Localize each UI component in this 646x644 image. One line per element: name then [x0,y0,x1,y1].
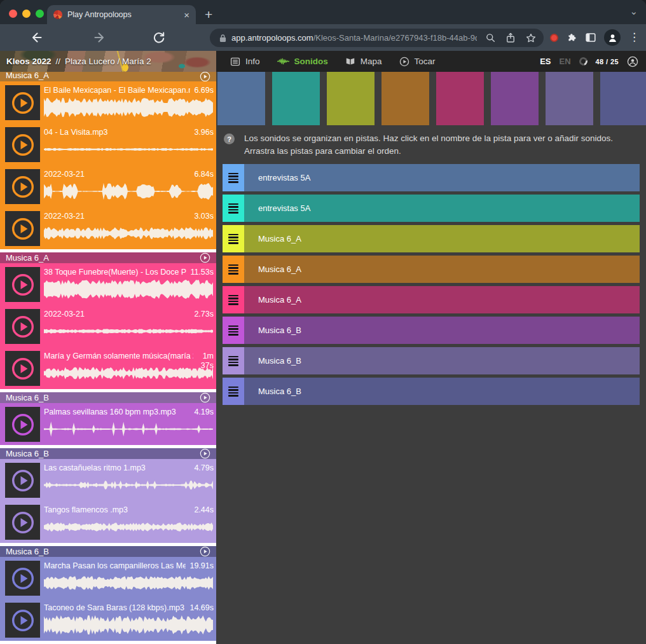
track-drag-handle[interactable] [223,347,244,374]
traffic-lights [9,10,44,18]
extensions-puzzle-icon[interactable] [567,32,577,43]
tab-tocar[interactable]: Tocar [399,57,436,67]
play-icon [10,90,36,116]
track-drag-handle[interactable] [223,256,244,283]
clip-play-button[interactable] [5,603,40,638]
track-drag-handle[interactable] [223,164,244,191]
new-tab-button[interactable]: + [205,5,212,24]
screen-record-indicator-icon[interactable] [550,34,558,42]
section-header[interactable]: Musica 6_B [0,546,216,557]
lang-es-button[interactable]: ES [540,57,551,66]
tab-mapa[interactable]: Mapa [345,57,382,66]
track-drag-handle[interactable] [223,317,244,344]
clip-waveform [44,223,213,244]
section-header[interactable]: Musica 6_A [0,72,216,81]
section-play-circle-icon[interactable] [200,546,210,557]
section-play-circle-icon[interactable] [200,448,210,459]
clip-play-button[interactable] [5,85,40,120]
track-color-swatch[interactable] [436,72,484,125]
bookmark-star-icon[interactable] [526,33,536,43]
clip-play-button[interactable] [5,267,40,302]
tab-title: Play Antropoloops [67,10,179,19]
clip-duration: 4.79s [194,463,214,473]
play-icon [10,132,36,158]
url-text[interactable]: app.antropoloops.com/Kleos-Santa-Marina/… [231,33,477,43]
track-color-swatch[interactable] [327,72,375,125]
app-tabs: Info Sonidos Mapa Tocar [230,57,436,67]
share-icon[interactable] [506,32,515,43]
section-header[interactable]: Musica 6_B [0,448,216,459]
browser-menu-icon[interactable]: ⋮ [629,29,640,46]
clip-item: 14.69s Taconeo de Sara Baras (128 kbps).… [0,601,216,641]
track-color-swatch[interactable] [600,72,646,125]
minimize-window-button[interactable] [22,10,31,18]
tab-search-chevron-icon[interactable]: ⌄ [629,6,638,17]
clip-play-button[interactable] [5,309,40,344]
lang-en-button[interactable]: EN [559,57,570,66]
track-list: entrevistas 5A entrevistas 5A Musica 6_A… [216,158,646,405]
section-header[interactable]: Musica 6_A [0,252,216,263]
reload-icon[interactable] [153,31,165,44]
clip-play-button[interactable] [5,505,40,540]
track-row[interactable]: Musica 6_B [223,378,640,405]
track-row[interactable]: Musica 6_B [223,317,640,344]
clip-play-button[interactable] [5,407,40,442]
track-name-area[interactable]: Musica 6_A [244,225,640,252]
track-row[interactable]: Musica 6_A [223,256,640,283]
track-color-swatch[interactable] [546,72,593,125]
track-color-swatch[interactable] [217,72,265,125]
tab-info[interactable]: Info [230,57,260,67]
browser-profile-avatar[interactable] [604,29,621,46]
track-drag-handle[interactable] [223,195,244,222]
side-panel-icon[interactable] [586,33,596,42]
clip-item: 1m 37s María y Germán solamente música(m… [0,350,216,389]
section-header[interactable]: Musica 6_B [0,392,216,403]
browser-tab[interactable]: Play Antropoloops × [47,5,196,24]
section-play-circle-icon[interactable] [200,392,210,403]
clip-duration: 2.44s [194,505,214,515]
track-name-area[interactable]: Musica 6_A [244,286,640,313]
section-clips: 6.69s El Baile Mexicapan - El Baile Mexi… [0,81,216,249]
app-header: Kleos 2022 // Plaza Lucero / María 2 Inf… [0,51,646,72]
track-drag-handle[interactable] [223,378,244,405]
track-drag-handle[interactable] [223,286,244,313]
clip-play-button[interactable] [5,561,40,596]
close-window-button[interactable] [9,10,17,18]
zoom-window-button[interactable] [36,10,44,18]
track-name-area[interactable]: Musica 6_A [244,256,640,283]
track-row[interactable]: Musica 6_A [223,225,640,252]
drag-handle-icon [228,234,238,244]
account-icon[interactable] [627,56,638,67]
clip-play-button[interactable] [5,127,40,162]
address-bar[interactable]: app.antropoloops.com/Kleos-Santa-Marina/… [210,29,544,47]
tab-sonidos[interactable]: Sonidos [277,57,328,66]
section-play-circle-icon[interactable] [200,72,210,81]
clip-waveform [44,362,213,384]
track-name-area[interactable]: Musica 6_B [244,317,640,344]
section-play-circle-icon[interactable] [200,252,210,263]
back-icon[interactable] [30,31,43,44]
forward-icon[interactable] [93,31,106,44]
clip-item: 2.73s 2022-03-21 [0,308,216,347]
play-icon [10,608,36,633]
breadcrumb[interactable]: Kleos 2022 // Plaza Lucero / María 2 [0,51,216,72]
track-name-area[interactable]: Musica 6_B [244,347,640,374]
track-name-area[interactable]: Musica 6_B [244,378,640,405]
track-row[interactable]: Musica 6_A [223,286,640,313]
track-color-swatch[interactable] [491,72,539,125]
track-color-swatch[interactable] [381,72,429,125]
track-drag-handle[interactable] [223,225,244,252]
track-row[interactable]: entrevistas 5A [223,195,640,222]
zoom-page-icon[interactable] [486,33,495,43]
breadcrumb-project[interactable]: Kleos 2022 [6,57,52,66]
track-row[interactable]: Musica 6_B [223,347,640,374]
clip-play-button[interactable] [5,211,40,246]
track-name-area[interactable]: entrevistas 5A [244,164,640,191]
clip-play-button[interactable] [5,169,40,204]
track-row[interactable]: entrevistas 5A [223,164,640,191]
clip-play-button[interactable] [5,351,40,386]
clip-play-button[interactable] [5,463,40,498]
tab-close-icon[interactable]: × [184,10,189,20]
track-color-swatch[interactable] [272,72,320,125]
track-name-area[interactable]: entrevistas 5A [244,195,640,222]
